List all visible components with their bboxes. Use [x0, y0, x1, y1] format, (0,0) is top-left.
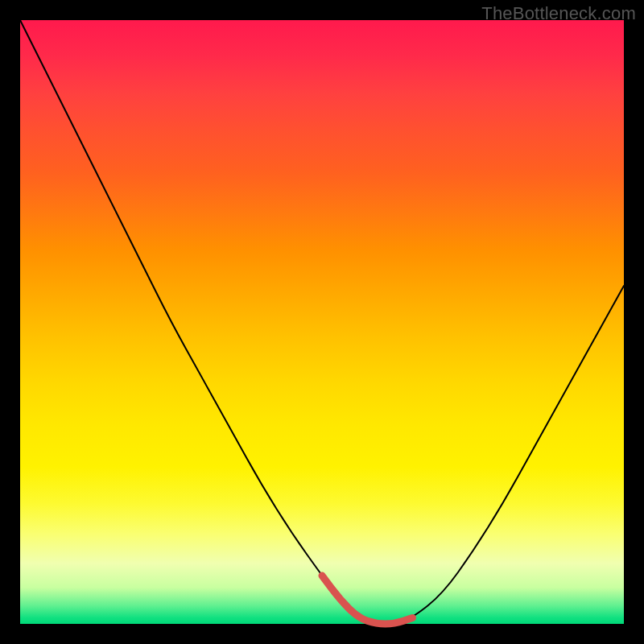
plot-area — [20, 20, 624, 624]
bottleneck-curve-svg — [20, 20, 624, 624]
chart-container: TheBottleneck.com — [0, 0, 644, 644]
bottleneck-curve-path — [20, 20, 624, 624]
optimal-zone-highlight — [322, 576, 413, 624]
watermark-text: TheBottleneck.com — [481, 3, 636, 24]
